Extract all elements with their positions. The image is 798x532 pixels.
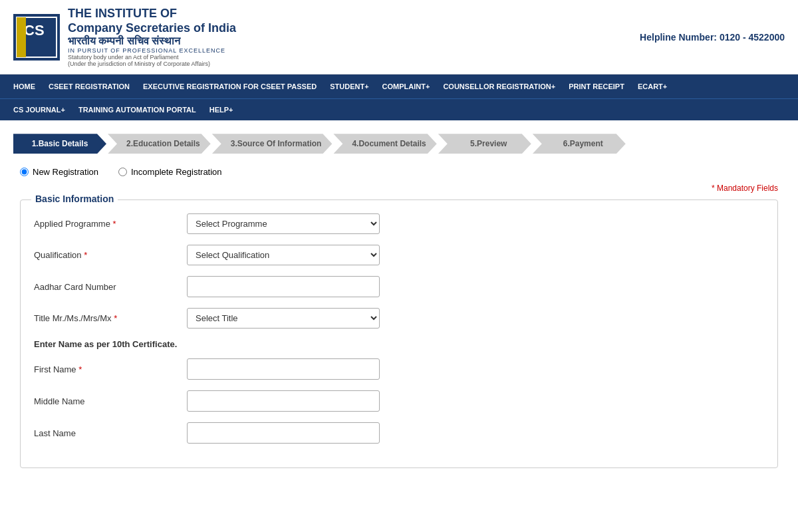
secondary-nav: CS JOURNAL+ TRAINING AUTOMATION PORTAL H… (0, 98, 798, 120)
first-name-row: First Name * (34, 358, 764, 380)
helpline: Helpline Number: 0120 - 4522000 (640, 32, 785, 43)
aadhar-row: Aadhar Card Number (34, 276, 764, 297)
logo-sub2: (Under the jurisdiction of Ministry of C… (68, 61, 236, 67)
middle-name-row: Middle Name (34, 390, 764, 412)
logo-text: THE INSTITUTE OF Company Secretaries of … (68, 7, 236, 67)
svg-rect-4 (17, 17, 26, 57)
qualification-label: Qualification * (34, 250, 187, 260)
primary-nav: HOME CSEET REGISTRATION EXECUTIVE REGIST… (0, 74, 798, 98)
step-education-details[interactable]: 2.Education Details (108, 134, 211, 154)
basic-information-title: Basic Information (31, 194, 118, 204)
step-payment[interactable]: 6.Payment (533, 134, 626, 154)
aadhar-label: Aadhar Card Number (34, 282, 187, 292)
nav-print-receipt[interactable]: PRINT RECEIPT (562, 74, 631, 98)
title-row: Title Mr./Ms./Mrs/Mx * Select Title Mr. … (34, 308, 764, 329)
logo-sub1: Statutory body under an Act of Parliamen… (68, 54, 236, 61)
nav-complaint[interactable]: COMPLAINT+ (376, 74, 437, 98)
first-name-label: First Name * (34, 364, 187, 374)
mandatory-note: * Mandatory Fields (20, 184, 778, 193)
last-name-label: Last Name (34, 428, 187, 438)
logo-tagline: IN PURSUIT OF PROFESSIONAL EXCELLENCE (68, 47, 236, 54)
logo-hindi: भारतीय कम्पनी सचिव संस्थान (68, 35, 236, 47)
qualification-select[interactable]: Select Qualification 10th 12th Graduate … (187, 245, 380, 265)
first-name-input[interactable] (187, 358, 380, 380)
new-registration-label[interactable]: New Registration (20, 167, 98, 177)
logo-line2: Company Secretaries of India (68, 21, 236, 36)
nav-training[interactable]: TRAINING AUTOMATION PORTAL (72, 99, 203, 120)
step-source-info[interactable]: 3.Source Of Information (212, 134, 332, 154)
nav-student[interactable]: STUDENT+ (323, 74, 375, 98)
nav-help[interactable]: HELP+ (203, 99, 240, 120)
registration-type: New Registration Incomplete Registration (20, 167, 778, 177)
aadhar-input[interactable] (187, 276, 380, 297)
title-label: Title Mr./Ms./Mrs/Mx * (34, 313, 187, 323)
nav-counsellor[interactable]: COUNSELLOR REGISTRATION+ (436, 74, 562, 98)
applied-programme-select[interactable]: Select Programme Foundation Executive Pr… (187, 213, 380, 234)
nav-home[interactable]: HOME (7, 74, 42, 98)
middle-name-input[interactable] (187, 390, 380, 412)
nav-exec-reg[interactable]: EXECUTIVE REGISTRATION FOR CSEET PASSED (136, 74, 323, 98)
cert-note: Enter Name as per 10th Certificate. (34, 339, 764, 349)
header: ICS I THE INSTITUTE OF Company Secretari… (0, 0, 798, 74)
last-name-input[interactable] (187, 422, 380, 444)
applied-programme-label: Applied Programme * (34, 219, 187, 229)
nav-cs-journal[interactable]: CS JOURNAL+ (7, 99, 72, 120)
qualification-row: Qualification * Select Qualification 10t… (34, 245, 764, 265)
basic-information-box: Basic Information Applied Programme * Se… (20, 200, 778, 468)
nav-cseet-reg[interactable]: CSEET REGISTRATION (42, 74, 136, 98)
new-registration-radio[interactable] (20, 168, 29, 176)
title-select[interactable]: Select Title Mr. Ms. Mrs. Mx. (187, 308, 380, 329)
nav-ecart[interactable]: ECART+ (631, 74, 674, 98)
applied-programme-row: Applied Programme * Select Programme Fou… (34, 213, 764, 234)
main-content: New Registration Incomplete Registration… (0, 154, 798, 481)
progress-steps: 1.Basic Details 2.Education Details 3.So… (13, 134, 785, 154)
helpline-number: 0120 - 4522000 (720, 32, 785, 43)
step-basic-details[interactable]: 1.Basic Details (13, 134, 106, 154)
middle-name-label: Middle Name (34, 396, 187, 406)
logo-area: ICS I THE INSTITUTE OF Company Secretari… (13, 7, 236, 67)
step-document-details[interactable]: 4.Document Details (333, 134, 436, 154)
helpline-label: Helpline Number: (640, 32, 717, 43)
last-name-row: Last Name (34, 422, 764, 444)
incomplete-registration-label[interactable]: Incomplete Registration (118, 167, 222, 177)
step-preview[interactable]: 5.Preview (438, 134, 531, 154)
incomplete-registration-radio[interactable] (118, 168, 127, 176)
icsi-logo-icon: ICS I (13, 14, 60, 61)
logo-line1: THE INSTITUTE OF (68, 7, 236, 21)
